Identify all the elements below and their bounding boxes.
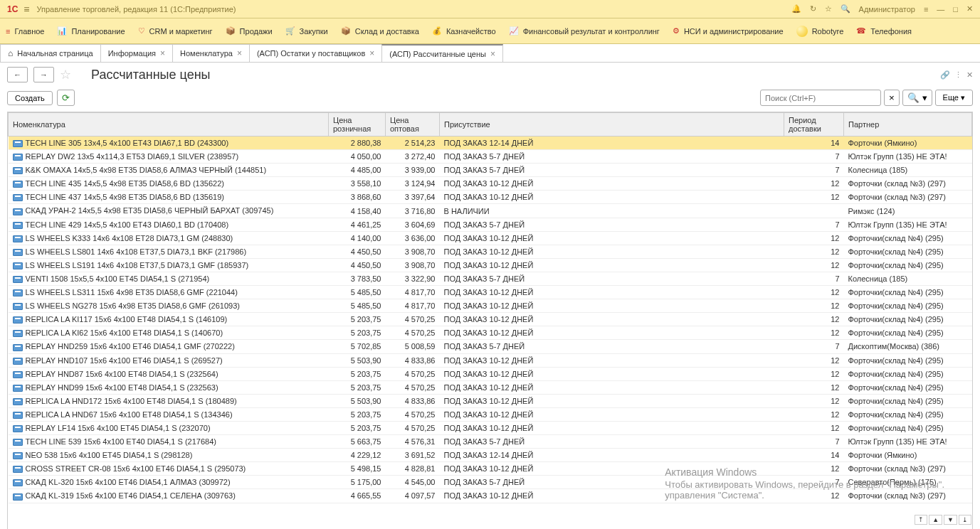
- nav-last-icon[interactable]: ⤓: [959, 515, 971, 525]
- table-row[interactable]: LS WHEELS LS801 14x6 4x108 ET37,5 DIA73,…: [9, 245, 972, 258]
- menu-item-3[interactable]: 📦Продажи: [226, 26, 273, 36]
- tab-4[interactable]: (АСП) Рассчитанные цены×: [381, 44, 503, 62]
- table-row[interactable]: REPLICA LA HND67 15x6 4x100 ET48 DIA54,1…: [9, 407, 972, 421]
- menu-icon-8: ⚙: [673, 26, 680, 36]
- minimize-icon[interactable]: —: [937, 5, 944, 14]
- triple-bar-icon[interactable]: ≡: [924, 5, 928, 14]
- menu-item-7[interactable]: 📈Финансовый результат и контроллинг: [509, 26, 660, 36]
- tab-close-icon[interactable]: ×: [237, 48, 242, 58]
- nav-down-icon[interactable]: ▼: [944, 515, 957, 525]
- table-row[interactable]: REPLAY HND259 15x6 4x100 ET46 DIA54,1 GM…: [9, 340, 972, 353]
- tab-close-icon[interactable]: ×: [369, 48, 374, 58]
- table-row[interactable]: CROSS STREET CR-08 15x6 4x100 ET46 DIA54…: [9, 462, 972, 476]
- menu-item-4[interactable]: 🛒Закупки: [285, 26, 328, 36]
- data-table-container[interactable]: Номенклатура Цена розничная Цена оптовая…: [7, 112, 973, 529]
- menu-item-0[interactable]: ≡Главное: [6, 27, 44, 36]
- row-icon: [13, 235, 23, 242]
- row-icon: [13, 208, 23, 215]
- main-menu: ≡Главное📊Планирование♡CRM и маркетинг📦Пр…: [0, 18, 980, 44]
- table-row[interactable]: TECH LINE 429 14x5,5 4x100 ET43 DIA60,1 …: [9, 218, 972, 231]
- search-icon[interactable]: 🔍: [841, 4, 850, 14]
- table-row[interactable]: СКАД KL-320 15x6 4x100 ET46 DIA54,1 АЛМА…: [9, 476, 972, 489]
- table-row[interactable]: REPLICA LA KI62 15x6 4x100 ET48 DIA54,1 …: [9, 326, 972, 340]
- link-icon[interactable]: 🔗: [940, 70, 950, 80]
- col-wholesale-price[interactable]: Цена оптовая: [386, 113, 440, 137]
- maximize-icon[interactable]: □: [953, 5, 958, 14]
- nav-up-icon[interactable]: ▲: [929, 515, 942, 525]
- tab-close-icon[interactable]: ×: [490, 49, 495, 59]
- table-row[interactable]: REPLICA LA HND172 15x6 4x100 ET48 DIA54,…: [9, 394, 972, 407]
- table-row[interactable]: K&K ОМАХА 14x5,5 4x98 ET35 DIA58,6 АЛМАЗ…: [9, 164, 972, 177]
- table-nav-footer: ⤒ ▲ ▼ ⤓: [915, 515, 971, 525]
- menu-item-2[interactable]: ♡CRM и маркетинг: [138, 26, 213, 36]
- row-icon: [13, 289, 23, 296]
- star-icon[interactable]: ☆: [825, 4, 832, 14]
- row-icon: [13, 493, 23, 501]
- col-partner[interactable]: Партнер: [844, 113, 972, 137]
- row-icon: [13, 303, 23, 310]
- table-row[interactable]: LS WHEELS K333 14x6 4x108 ET28 DIA73,1 G…: [9, 231, 972, 245]
- nav-back-button[interactable]: ←: [7, 67, 28, 82]
- table-row[interactable]: СКАД KL-319 15x6 4x100 ET46 DIA54,1 СЕЛЕ…: [9, 489, 972, 503]
- menu-item-5[interactable]: 📦Склад и доставка: [341, 26, 419, 36]
- search-input[interactable]: [760, 90, 881, 106]
- menu-icon-4: 🛒: [285, 26, 295, 36]
- table-row[interactable]: REPLAY DW2 13x5 4x114,3 ET53 DIA69,1 SIL…: [9, 150, 972, 164]
- table-row[interactable]: REPLICA LA KI117 15x6 4x100 ET48 DIA54,1…: [9, 313, 972, 326]
- table-row[interactable]: TECH LINE 539 15x6 4x100 ET40 DIA54,1 S …: [9, 435, 972, 449]
- table-row[interactable]: TECH LINE 435 14x5,5 4x98 ET35 DIA58,6 B…: [9, 177, 972, 191]
- col-presence[interactable]: Присутствие: [440, 113, 784, 137]
- page-title: Рассчитанные цены: [91, 68, 211, 82]
- favorite-star-icon[interactable]: ☆: [60, 67, 71, 82]
- menu-item-1[interactable]: 📊Планирование: [57, 26, 125, 36]
- table-row[interactable]: REPLAY HND87 15x6 4x100 ET48 DIA54,1 S (…: [9, 367, 972, 380]
- tab-3[interactable]: (АСП) Остатки у поставщиков×: [249, 44, 382, 62]
- refresh-button[interactable]: ⟳: [57, 90, 75, 106]
- table-row[interactable]: LS WHEELS NG278 15x6 4x98 ET35 DIA58,6 G…: [9, 299, 972, 313]
- menu-icon-1: 📊: [57, 26, 67, 36]
- nav-first-icon[interactable]: ⤒: [915, 515, 927, 525]
- page-header-row: ← → ☆ Рассчитанные цены 🔗 ⋮ ✕: [0, 63, 980, 87]
- table-row[interactable]: NEO 538 15x6 4x100 ET45 DIA54,1 S (29812…: [9, 449, 972, 462]
- row-icon: [13, 398, 23, 405]
- tab-close-icon[interactable]: ×: [160, 48, 165, 58]
- col-nomenclature[interactable]: Номенклатура: [9, 113, 329, 137]
- close-page-icon[interactable]: ✕: [966, 70, 973, 80]
- menu-item-9[interactable]: Robotyre: [796, 26, 844, 37]
- table-row[interactable]: REPLAY LF14 15x6 4x100 ET45 DIA54,1 S (2…: [9, 421, 972, 434]
- history-icon[interactable]: ↻: [810, 4, 816, 14]
- tab-0[interactable]: ⌂Начальная страница: [0, 44, 101, 62]
- nav-forward-button[interactable]: →: [33, 67, 54, 82]
- menu-icon-3: 📦: [226, 26, 236, 36]
- table-row[interactable]: СКАД УРАН-2 14x5,5 4x98 ET35 DIA58,6 ЧЕР…: [9, 204, 972, 218]
- create-button[interactable]: Создать: [7, 91, 53, 105]
- more-button[interactable]: Еще ▾: [935, 90, 973, 106]
- col-retail-price[interactable]: Цена розничная: [329, 113, 386, 137]
- row-icon: [13, 385, 23, 392]
- robotyre-icon: [796, 26, 808, 37]
- menu-item-6[interactable]: 💰Казначейство: [432, 26, 496, 36]
- user-label[interactable]: Администратор: [859, 5, 915, 14]
- tab-1[interactable]: Информация×: [100, 44, 173, 62]
- action-toolbar: Создать ⟳ × 🔍 ▾ Еще ▾: [0, 87, 980, 109]
- row-icon: [13, 154, 23, 161]
- menu-icon-2: ♡: [138, 26, 145, 36]
- close-window-icon[interactable]: ✕: [966, 4, 973, 14]
- table-row[interactable]: TECH LINE 437 14x5,5 4x98 ET35 DIA58,6 B…: [9, 191, 972, 204]
- tab-2[interactable]: Номенклатура×: [172, 44, 250, 62]
- table-row[interactable]: LS WHEELS LS191 14x6 4x108 ET37,5 DIA73,…: [9, 258, 972, 272]
- col-delivery[interactable]: Период доставки: [784, 113, 844, 137]
- bell-icon[interactable]: 🔔: [791, 4, 801, 14]
- table-row[interactable]: LS WHEELS LS311 15x6 4x98 ET35 DIA58,6 G…: [9, 286, 972, 299]
- menu-item-8[interactable]: ⚙НСИ и администрирование: [673, 26, 784, 36]
- table-row[interactable]: TECH LINE 305 13x4,5 4x100 ET43 DIA67,1 …: [9, 137, 972, 150]
- row-icon: [13, 167, 23, 174]
- table-row[interactable]: REPLAY HND107 15x6 4x100 ET46 DIA54,1 S …: [9, 353, 972, 367]
- table-row[interactable]: REPLAY HND99 15x6 4x100 ET48 DIA54,1 S (…: [9, 380, 972, 394]
- clear-search-button[interactable]: ×: [884, 90, 900, 106]
- table-row[interactable]: VENTI 1508 15x5,5 4x100 ET45 DIA54,1 S (…: [9, 272, 972, 285]
- menu-toggle-icon[interactable]: ≡: [23, 4, 29, 15]
- search-dropdown-button[interactable]: 🔍 ▾: [902, 90, 932, 106]
- kebab-icon[interactable]: ⋮: [954, 70, 962, 80]
- menu-item-10[interactable]: ☎Телефония: [856, 26, 912, 36]
